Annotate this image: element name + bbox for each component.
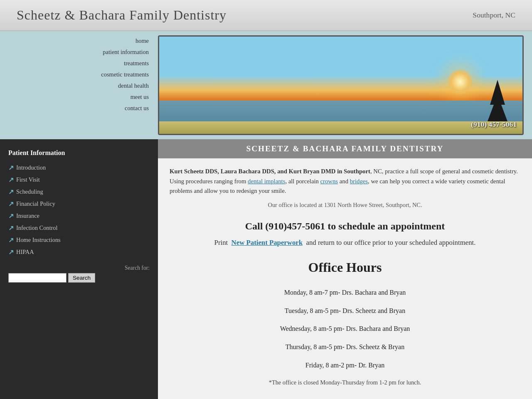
nav-treatments[interactable]: treatments: [0, 58, 158, 69]
hero-image: (910) 457-5061: [158, 35, 524, 135]
arrow-icon: ↗: [8, 224, 14, 232]
arrow-icon: ↗: [8, 236, 14, 244]
new-patient-section: Print New Patient Paperwork and return t…: [170, 237, 520, 249]
sidebar-section-title: Patient Information: [0, 146, 158, 162]
arrow-icon: ↗: [8, 212, 14, 220]
nav-home[interactable]: home: [0, 35, 158, 47]
hours-monday: Monday, 8 am-7 pm- Drs. Bachara and Brya…: [170, 286, 520, 300]
arrow-icon: ↗: [8, 248, 14, 256]
new-patient-link[interactable]: New Patient Paperwork: [232, 239, 303, 246]
office-address: Our office is located at 1301 North Howe…: [170, 200, 520, 210]
hours-wednesday: Wednesday, 8 am-5 pm- Drs. Bachara and B…: [170, 322, 520, 336]
link-crowns[interactable]: crowns: [320, 178, 338, 185]
content-body: Kurt Scheetz DDS, Laura Bachara DDS, and…: [158, 158, 532, 399]
arrow-icon: ↗: [8, 200, 14, 208]
hours-note: *The office is closed Monday-Thursday fr…: [170, 378, 520, 387]
intro-paragraph: Kurt Scheetz DDS, Laura Bachara DDS, and…: [170, 167, 520, 196]
site-header: Scheetz & Bachara Family Dentistry South…: [0, 0, 532, 31]
print-text: Print: [214, 239, 228, 246]
intro-middle: , all porcelain: [285, 178, 319, 185]
hero-phone: (910) 457-5061: [471, 120, 517, 129]
sidebar-link-insurance[interactable]: ↗ Insurance: [0, 210, 158, 222]
sidebar-label-infection-control: Infection Control: [16, 224, 58, 232]
content-area: Patient Information ↗ Introduction ↗ Fir…: [0, 139, 532, 399]
sidebar-link-introduction[interactable]: ↗ Introduction: [0, 162, 158, 174]
sidebar-label-scheduling: Scheduling: [16, 188, 43, 195]
sidebar-label-insurance: Insurance: [16, 212, 39, 219]
arrow-icon: ↗: [8, 188, 14, 196]
sidebar-label-introduction: Introduction: [16, 164, 46, 171]
sidebar-label-home-instructions: Home Instructions: [16, 236, 61, 244]
arrow-icon: ↗: [8, 176, 14, 184]
sidebar-label-financial-policy: Financial Policy: [16, 200, 55, 207]
sidebar-link-financial-policy[interactable]: ↗ Financial Policy: [0, 198, 158, 210]
hours-list: Monday, 8 am-7 pm- Drs. Bachara and Brya…: [170, 286, 520, 372]
hours-friday: Friday, 8 am-2 pm- Dr. Bryan: [170, 358, 520, 372]
content-header: SCHEETZ & BACHARA FAMILY DENTISTRY: [158, 139, 532, 158]
sidebar-link-infection-control[interactable]: ↗ Infection Control: [0, 222, 158, 234]
top-nav: home patient information treatments cosm…: [0, 31, 158, 139]
arrow-icon: ↗: [8, 164, 14, 172]
return-text: and return to our office prior to your s…: [306, 239, 476, 246]
main-content: SCHEETZ & BACHARA FAMILY DENTISTRY Kurt …: [158, 139, 532, 399]
sidebar-link-scheduling[interactable]: ↗ Scheduling: [0, 186, 158, 198]
sidebar-link-hipaa[interactable]: ↗ HIPAA: [0, 246, 158, 258]
sidebar-label-hipaa: HIPAA: [16, 249, 34, 256]
nav-dental-health[interactable]: dental health: [0, 80, 158, 91]
search-label: Search for:: [8, 265, 150, 271]
sidebar-label-first-visit: First Visit: [16, 176, 40, 183]
intro-and: and: [340, 178, 348, 185]
nav-contact-us[interactable]: contact us: [0, 103, 158, 114]
hours-thursday: Thursday, 8 am-5 pm- Drs. Scheetz & Brya…: [170, 340, 520, 354]
search-button[interactable]: Search: [68, 273, 95, 283]
nav-patient-information[interactable]: patient information: [0, 47, 158, 58]
hero-area: (910) 457-5061: [158, 31, 532, 139]
link-bridges[interactable]: bridges: [350, 178, 368, 185]
hours-tuesday: Tuesday, 8 am-5 pm- Drs. Scheetz and Bry…: [170, 304, 520, 318]
office-hours-title: Office Hours: [170, 257, 520, 278]
site-location: Southport, NC: [473, 11, 515, 20]
nav-meet-us[interactable]: meet us: [0, 91, 158, 103]
call-section: Call (910)457-5061 to schedule an appoin…: [170, 218, 520, 234]
nav-cosmetic-treatments[interactable]: cosmetic treatments: [0, 69, 158, 80]
sidebar-link-first-visit[interactable]: ↗ First Visit: [0, 174, 158, 186]
intro-bold: Kurt Scheetz DDS, Laura Bachara DDS, and…: [170, 168, 370, 175]
site-title: Scheetz & Bachara Family Dentistry: [17, 7, 227, 23]
search-section: Search for: Search: [0, 258, 158, 283]
sidebar-nav: Patient Information ↗ Introduction ↗ Fir…: [0, 139, 158, 399]
sidebar-link-home-instructions[interactable]: ↗ Home Instructions: [0, 234, 158, 246]
link-dental-implants[interactable]: dental implants: [248, 178, 285, 185]
search-input[interactable]: [8, 273, 66, 283]
